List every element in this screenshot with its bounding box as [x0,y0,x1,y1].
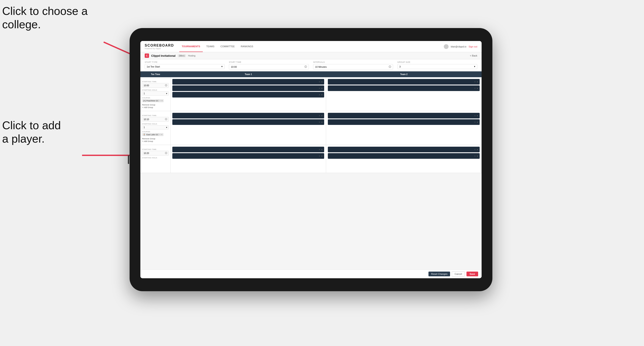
player-row[interactable]: × ▾ [172,113,324,118]
team1-cell-2[interactable]: × ▾ × ▾ [170,111,326,145]
start-time-select[interactable]: 10:00 ⓘ [229,64,309,69]
back-button[interactable]: < Back [470,54,477,57]
team2-cell-2[interactable]: × ▾ × ▾ [326,111,482,145]
player-chevron-btn[interactable]: ▾ [477,148,478,151]
col-team1: Team 1 [170,71,326,77]
col-team2: Team 2 [326,71,482,77]
starting-time-input-2[interactable]: 10:10 ⓘ [142,117,169,122]
sub-header: C Clippd Invitational (Men) Hosting < Ba… [140,52,482,59]
team1-cell-1[interactable]: × ▾ × ▾ × ▾ [170,77,326,111]
tournament-gender: (Men) [178,54,186,57]
player-chevron-btn[interactable]: ▾ [321,148,322,151]
group-size-select[interactable]: 3 ▾ [397,64,477,69]
save-button[interactable]: Save [466,272,478,276]
add-group-link-1[interactable]: + Add Group [142,106,169,109]
logo-area: SCOREBOARD Powered by clippd [145,44,174,50]
course-remove-2[interactable]: × [160,134,160,136]
main-content[interactable]: STARTING TIME: 10:00 ⓘ STARTING HOLE: 1 … [140,77,482,269]
starting-time-input-3[interactable]: 10:20 ⓘ [142,151,169,156]
settings-bar: Start Type 1st Tee Start ▾ Start Time 10… [140,59,482,71]
player-row[interactable]: × ▾ [172,153,324,159]
player-x-btn[interactable]: × [474,148,476,151]
cancel-button[interactable]: Cancel [452,271,465,277]
app-footer: Reset Changes Cancel Save [140,269,482,278]
player-chevron-btn[interactable]: ▾ [321,87,322,90]
remove-group-link-1[interactable]: Remove Group [142,104,169,106]
start-type-label: Start Type [145,61,224,63]
player-row[interactable]: × ▾ [328,85,480,91]
player-row[interactable]: × ▾ [172,85,324,91]
nav-tab-teams[interactable]: TEAMS [204,41,217,52]
player-row[interactable]: × ▾ [328,79,480,85]
team2-cell-1[interactable]: × ▾ × ▾ [326,77,482,111]
group-row: STARTING TIME: 10:10 ⓘ STARTING HOLE: 1 … [140,111,482,145]
player-x-btn[interactable]: × [319,115,320,117]
course-remove-1[interactable]: × [160,100,161,102]
header-right: blair@clippd.io Sign out [444,44,477,49]
player-x-btn[interactable]: × [474,121,476,123]
tablet-side-button [128,155,129,164]
nav-tab-committee[interactable]: COMMITTEE [218,41,237,52]
player-chevron-btn[interactable]: ▾ [477,155,478,157]
starting-time-label-2: STARTING TIME: [142,115,169,117]
nav-tab-tournaments[interactable]: TOURNAMENTS [179,41,203,52]
course-tag-1[interactable]: (A) Peachtree GC × ▾ [142,99,164,102]
starting-hole-input-2[interactable]: 1 ▾ [142,125,169,129]
hosting-label: Hosting [188,55,196,57]
course-tag-2[interactable]: 🏌 East Lake GC × ▾ [142,133,164,136]
sign-out-link[interactable]: Sign out [469,45,477,48]
table-header: Tee Time Team 1 Team 2 [140,71,482,77]
intervals-select[interactable]: 10 Minutes ⓘ [313,64,393,69]
tournament-logo-icon: C [145,53,149,58]
player-row[interactable]: × ▾ [172,147,324,152]
col-tee-time: Tee Time [140,71,170,77]
player-x-btn[interactable]: × [474,115,476,117]
team2-cell-3[interactable]: × ▾ × ▾ [326,145,482,173]
player-x-btn[interactable]: × [319,94,320,96]
player-chevron-btn[interactable]: ▾ [477,121,478,123]
player-row[interactable]: × ▾ [328,147,480,152]
player-x-btn[interactable]: × [319,81,320,83]
reset-changes-button[interactable]: Reset Changes [428,272,450,276]
group-left-panel-2: STARTING TIME: 10:10 ⓘ STARTING HOLE: 1 … [140,111,170,145]
player-row[interactable]: × ▾ [328,119,480,125]
player-x-btn[interactable]: × [474,81,476,83]
add-group-link-2[interactable]: + Add Group [142,140,169,143]
player-chevron-btn[interactable]: ▾ [321,94,322,96]
annotation-choose-college: Click to choose a college. [2,4,88,31]
player-x-btn[interactable]: × [474,155,476,157]
start-type-select[interactable]: 1st Tee Start ▾ [145,64,224,69]
player-chevron-btn[interactable]: ▾ [477,81,478,83]
group-size-group: Group Size 3 ▾ [397,61,477,69]
nav-tab-rankings[interactable]: RANKINGS [238,41,256,52]
starting-time-input-1[interactable]: 10:00 ⓘ [142,83,169,88]
player-chevron-btn[interactable]: ▾ [321,81,322,83]
player-row[interactable]: × ▾ [328,113,480,118]
player-x-btn[interactable]: × [319,121,320,123]
player-x-btn[interactable]: × [319,87,320,90]
group-left-panel-1: STARTING TIME: 10:00 ⓘ STARTING HOLE: 1 … [140,77,170,111]
player-row[interactable]: × ▾ [172,119,324,125]
player-x-btn[interactable]: × [319,148,320,151]
tablet-screen: SCOREBOARD Powered by clippd TOURNAMENTS… [140,41,482,278]
user-avatar [444,44,448,49]
team1-cell-3[interactable]: × ▾ × ▾ [170,145,326,173]
starting-hole-input-1[interactable]: 1 ▾ [142,91,169,96]
start-time-label: Start Time [229,61,309,63]
player-chevron-btn[interactable]: ▾ [477,87,478,90]
tournament-name: Clippd Invitational [151,54,176,57]
player-row[interactable]: × ▾ [172,79,324,85]
logo-text: SCOREBOARD [145,44,174,47]
player-x-btn[interactable]: × [319,155,320,157]
player-chevron-btn[interactable]: ▾ [477,115,478,117]
player-x-btn[interactable]: × [474,87,476,90]
group-size-label: Group Size [397,61,477,63]
starting-hole-label-1: STARTING HOLE: [142,89,169,91]
player-chevron-btn[interactable]: ▾ [321,121,322,123]
course-tags-2: 🏌 East Lake GC × ▾ [142,133,169,136]
player-chevron-btn[interactable]: ▾ [321,115,322,117]
remove-group-link-2[interactable]: Remove Group [142,137,169,140]
player-row[interactable]: × ▾ [328,153,480,159]
player-chevron-btn[interactable]: ▾ [321,155,322,157]
player-row[interactable]: × ▾ [172,92,324,98]
